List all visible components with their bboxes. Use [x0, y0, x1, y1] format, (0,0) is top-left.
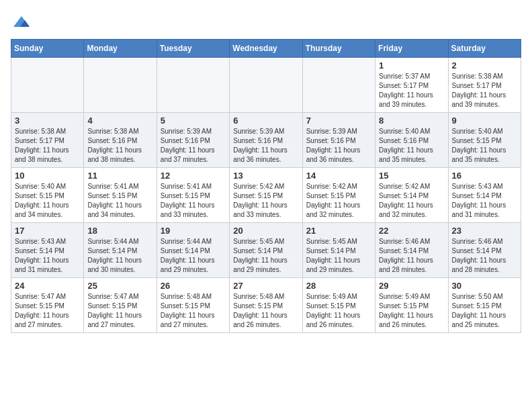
calendar-cell: 5Sunrise: 5:39 AM Sunset: 5:16 PM Daylig…	[157, 113, 229, 168]
calendar-cell: 12Sunrise: 5:41 AM Sunset: 5:15 PM Dayli…	[157, 168, 229, 223]
calendar-cell	[11, 58, 84, 113]
day-info: Sunrise: 5:42 AM Sunset: 5:15 PM Dayligh…	[233, 182, 298, 220]
calendar-cell: 26Sunrise: 5:48 AM Sunset: 5:15 PM Dayli…	[157, 278, 229, 333]
day-number: 5	[161, 116, 226, 126]
weekday-header-monday: Monday	[84, 40, 157, 58]
day-info: Sunrise: 5:37 AM Sunset: 5:17 PM Dayligh…	[379, 72, 444, 109]
calendar-cell: 23Sunrise: 5:46 AM Sunset: 5:14 PM Dayli…	[448, 223, 521, 278]
day-info: Sunrise: 5:48 AM Sunset: 5:15 PM Dayligh…	[233, 292, 298, 330]
day-number: 18	[87, 226, 152, 236]
day-number: 22	[379, 226, 444, 236]
day-info: Sunrise: 5:38 AM Sunset: 5:17 PM Dayligh…	[15, 127, 80, 165]
calendar-cell: 13Sunrise: 5:42 AM Sunset: 5:15 PM Dayli…	[230, 168, 302, 223]
day-info: Sunrise: 5:40 AM Sunset: 5:15 PM Dayligh…	[452, 127, 517, 165]
calendar-cell	[84, 58, 157, 113]
day-number: 21	[306, 226, 371, 236]
calendar-cell	[302, 58, 375, 113]
day-number: 14	[306, 171, 371, 181]
day-info: Sunrise: 5:50 AM Sunset: 5:15 PM Dayligh…	[452, 292, 517, 330]
day-number: 12	[161, 171, 226, 181]
weekday-header-wednesday: Wednesday	[230, 40, 302, 58]
weekday-header-saturday: Saturday	[448, 40, 521, 58]
calendar-cell: 27Sunrise: 5:48 AM Sunset: 5:15 PM Dayli…	[230, 278, 302, 333]
calendar-cell: 4Sunrise: 5:38 AM Sunset: 5:16 PM Daylig…	[84, 113, 157, 168]
day-number: 13	[233, 171, 298, 181]
day-number: 11	[87, 171, 152, 181]
calendar-cell: 24Sunrise: 5:47 AM Sunset: 5:15 PM Dayli…	[11, 278, 84, 333]
day-info: Sunrise: 5:41 AM Sunset: 5:15 PM Dayligh…	[161, 182, 226, 220]
day-info: Sunrise: 5:43 AM Sunset: 5:14 PM Dayligh…	[15, 237, 80, 275]
calendar-cell: 16Sunrise: 5:43 AM Sunset: 5:14 PM Dayli…	[448, 168, 521, 223]
calendar-cell: 3Sunrise: 5:38 AM Sunset: 5:17 PM Daylig…	[11, 113, 84, 168]
day-info: Sunrise: 5:39 AM Sunset: 5:16 PM Dayligh…	[161, 127, 226, 165]
calendar-cell: 25Sunrise: 5:47 AM Sunset: 5:15 PM Dayli…	[84, 278, 157, 333]
day-info: Sunrise: 5:45 AM Sunset: 5:14 PM Dayligh…	[306, 237, 371, 275]
logo-icon	[12, 13, 31, 32]
day-number: 10	[15, 171, 80, 181]
day-number: 24	[15, 281, 80, 291]
day-number: 19	[161, 226, 226, 236]
day-info: Sunrise: 5:39 AM Sunset: 5:16 PM Dayligh…	[306, 127, 371, 165]
calendar-cell: 7Sunrise: 5:39 AM Sunset: 5:16 PM Daylig…	[302, 113, 375, 168]
day-number: 2	[452, 60, 517, 71]
calendar-cell: 17Sunrise: 5:43 AM Sunset: 5:14 PM Dayli…	[11, 223, 84, 278]
calendar-cell	[230, 58, 302, 113]
calendar-cell: 10Sunrise: 5:40 AM Sunset: 5:15 PM Dayli…	[11, 168, 84, 223]
day-info: Sunrise: 5:46 AM Sunset: 5:14 PM Dayligh…	[452, 237, 517, 275]
day-info: Sunrise: 5:49 AM Sunset: 5:15 PM Dayligh…	[379, 292, 444, 330]
calendar-cell: 28Sunrise: 5:49 AM Sunset: 5:15 PM Dayli…	[302, 278, 375, 333]
day-info: Sunrise: 5:45 AM Sunset: 5:14 PM Dayligh…	[233, 237, 298, 275]
day-number: 15	[379, 171, 444, 181]
calendar-cell: 20Sunrise: 5:45 AM Sunset: 5:14 PM Dayli…	[230, 223, 302, 278]
day-number: 17	[15, 226, 80, 236]
day-info: Sunrise: 5:41 AM Sunset: 5:15 PM Dayligh…	[87, 182, 152, 220]
calendar-cell: 19Sunrise: 5:44 AM Sunset: 5:14 PM Dayli…	[157, 223, 229, 278]
day-info: Sunrise: 5:49 AM Sunset: 5:15 PM Dayligh…	[306, 292, 371, 330]
day-number: 3	[15, 116, 80, 126]
day-info: Sunrise: 5:38 AM Sunset: 5:16 PM Dayligh…	[87, 127, 152, 165]
calendar-cell: 21Sunrise: 5:45 AM Sunset: 5:14 PM Dayli…	[302, 223, 375, 278]
day-info: Sunrise: 5:38 AM Sunset: 5:17 PM Dayligh…	[452, 72, 517, 109]
calendar-header: SundayMondayTuesdayWednesdayThursdayFrid…	[11, 40, 521, 58]
day-info: Sunrise: 5:42 AM Sunset: 5:14 PM Dayligh…	[379, 182, 444, 220]
day-number: 1	[379, 60, 444, 71]
calendar-cell: 14Sunrise: 5:42 AM Sunset: 5:15 PM Dayli…	[302, 168, 375, 223]
day-info: Sunrise: 5:44 AM Sunset: 5:14 PM Dayligh…	[87, 237, 152, 275]
page-header	[11, 11, 521, 32]
day-info: Sunrise: 5:40 AM Sunset: 5:16 PM Dayligh…	[379, 127, 444, 165]
day-info: Sunrise: 5:47 AM Sunset: 5:15 PM Dayligh…	[87, 292, 152, 330]
calendar-cell: 22Sunrise: 5:46 AM Sunset: 5:14 PM Dayli…	[375, 223, 448, 278]
calendar-cell: 9Sunrise: 5:40 AM Sunset: 5:15 PM Daylig…	[448, 113, 521, 168]
day-number: 28	[306, 281, 371, 291]
day-info: Sunrise: 5:42 AM Sunset: 5:15 PM Dayligh…	[306, 182, 371, 220]
day-info: Sunrise: 5:47 AM Sunset: 5:15 PM Dayligh…	[15, 292, 80, 330]
day-number: 8	[379, 116, 444, 126]
calendar-cell: 15Sunrise: 5:42 AM Sunset: 5:14 PM Dayli…	[375, 168, 448, 223]
day-number: 27	[233, 281, 298, 291]
calendar-cell: 2Sunrise: 5:38 AM Sunset: 5:17 PM Daylig…	[448, 58, 521, 113]
calendar-table: SundayMondayTuesdayWednesdayThursdayFrid…	[11, 39, 521, 333]
day-number: 20	[233, 226, 298, 236]
weekday-header-thursday: Thursday	[302, 40, 375, 58]
day-info: Sunrise: 5:48 AM Sunset: 5:15 PM Dayligh…	[161, 292, 226, 330]
calendar-cell: 8Sunrise: 5:40 AM Sunset: 5:16 PM Daylig…	[375, 113, 448, 168]
day-info: Sunrise: 5:39 AM Sunset: 5:16 PM Dayligh…	[233, 127, 298, 165]
weekday-header-sunday: Sunday	[11, 40, 84, 58]
calendar-cell: 30Sunrise: 5:50 AM Sunset: 5:15 PM Dayli…	[448, 278, 521, 333]
day-number: 29	[379, 281, 444, 291]
weekday-header-tuesday: Tuesday	[157, 40, 229, 58]
day-number: 6	[233, 116, 298, 126]
calendar-cell: 1Sunrise: 5:37 AM Sunset: 5:17 PM Daylig…	[375, 58, 448, 113]
day-number: 23	[452, 226, 517, 236]
weekday-header-friday: Friday	[375, 40, 448, 58]
day-number: 9	[452, 116, 517, 126]
calendar-cell: 29Sunrise: 5:49 AM Sunset: 5:15 PM Dayli…	[375, 278, 448, 333]
day-info: Sunrise: 5:46 AM Sunset: 5:14 PM Dayligh…	[379, 237, 444, 275]
day-info: Sunrise: 5:40 AM Sunset: 5:15 PM Dayligh…	[15, 182, 80, 220]
day-number: 25	[87, 281, 152, 291]
calendar-cell: 6Sunrise: 5:39 AM Sunset: 5:16 PM Daylig…	[230, 113, 302, 168]
calendar-cell: 11Sunrise: 5:41 AM Sunset: 5:15 PM Dayli…	[84, 168, 157, 223]
day-number: 4	[87, 116, 152, 126]
logo	[11, 13, 31, 32]
day-info: Sunrise: 5:44 AM Sunset: 5:14 PM Dayligh…	[161, 237, 226, 275]
